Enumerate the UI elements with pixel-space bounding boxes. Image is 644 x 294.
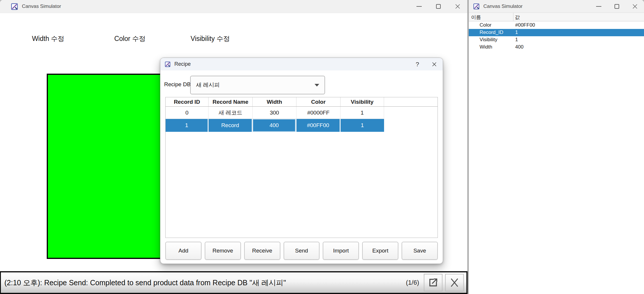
close-icon bbox=[432, 62, 437, 67]
main-titlebar: Canvas Simulator bbox=[0, 0, 467, 13]
row-value: #00FF00 bbox=[515, 22, 535, 28]
recipe-table-header: Record ID Record Name Width Color Visibi… bbox=[166, 97, 438, 107]
cell-record-id[interactable]: 0 bbox=[166, 107, 209, 119]
inspector-window-title: Canvas Simulator bbox=[483, 4, 523, 9]
inspector-row-selected[interactable]: Record_ID 1 bbox=[469, 29, 644, 36]
header-width[interactable]: Width bbox=[253, 97, 296, 106]
recipe-dialog-titlebar: Recipe ? bbox=[160, 58, 443, 70]
inspector-titlebar: Canvas Simulator bbox=[469, 0, 644, 13]
receive-button[interactable]: Receive bbox=[244, 242, 280, 260]
table-row[interactable]: 0 새 레코드 300 #0000FF 1 bbox=[166, 107, 438, 119]
recipe-table: Record ID Record Name Width Color Visibi… bbox=[165, 97, 438, 238]
cell-color[interactable]: #0000FF bbox=[296, 107, 341, 119]
import-button[interactable]: Import bbox=[323, 242, 359, 260]
row-name: Record_ID bbox=[480, 30, 503, 35]
maximize-button[interactable] bbox=[608, 0, 626, 13]
inspector-row[interactable]: Color #00FF00 bbox=[469, 22, 644, 29]
cell-record-name[interactable]: 새 레코드 bbox=[209, 107, 253, 119]
row-value: 1 bbox=[515, 37, 518, 43]
cell-record-id[interactable]: 1 bbox=[166, 119, 209, 132]
app-icon bbox=[473, 3, 480, 10]
column-header-value[interactable]: 값 bbox=[515, 14, 520, 21]
recipe-db-selected-value: 새 레시피 bbox=[196, 81, 220, 89]
cell-width-current[interactable]: 400 bbox=[253, 119, 296, 132]
save-button[interactable]: Save bbox=[402, 242, 438, 260]
close-button[interactable] bbox=[448, 0, 467, 13]
recipe-db-dropdown[interactable]: 새 레시피 bbox=[190, 76, 325, 94]
row-name: Visibility bbox=[480, 37, 497, 43]
inspector-row[interactable]: Visibility 1 bbox=[469, 36, 644, 44]
column-header-name[interactable]: 이름 bbox=[471, 14, 481, 21]
export-button[interactable]: Export bbox=[362, 242, 398, 260]
help-icon: ? bbox=[416, 61, 419, 68]
status-close-button[interactable] bbox=[445, 274, 464, 291]
maximize-icon bbox=[615, 4, 619, 9]
close-button[interactable] bbox=[626, 0, 644, 13]
label-width-edit: Width 수정 bbox=[23, 34, 73, 43]
recipe-dialog-buttons: Add Remove Receive Send Import Export Sa… bbox=[165, 242, 438, 260]
inspector-row[interactable]: Width 400 bbox=[469, 44, 644, 51]
maximize-icon bbox=[436, 4, 441, 9]
recipe-dialog: Recipe ? Recipe DB: 새 레시피 Record ID Reco… bbox=[160, 58, 443, 264]
main-window-title: Canvas Simulator bbox=[22, 4, 61, 9]
inspector-header: 이름 값 bbox=[469, 13, 644, 21]
status-message: (2:10 오후): Recipe Send: Completed to sen… bbox=[4, 278, 286, 288]
minimize-button[interactable] bbox=[590, 0, 608, 13]
close-icon bbox=[632, 4, 638, 9]
close-icon bbox=[455, 4, 460, 9]
app-icon bbox=[164, 61, 171, 68]
app-icon bbox=[11, 3, 18, 11]
cell-visibility[interactable]: 1 bbox=[341, 119, 384, 132]
help-button[interactable]: ? bbox=[409, 58, 426, 70]
recipe-db-label: Recipe DB: bbox=[164, 81, 192, 88]
maximize-button[interactable] bbox=[429, 0, 448, 13]
minimize-button[interactable] bbox=[409, 0, 429, 13]
header-record-id[interactable]: Record ID bbox=[166, 97, 209, 106]
column-divider[interactable] bbox=[513, 13, 513, 21]
close-button[interactable] bbox=[426, 58, 443, 70]
chevron-down-icon bbox=[315, 84, 319, 87]
header-visibility[interactable]: Visibility bbox=[341, 97, 384, 106]
open-external-icon bbox=[428, 277, 438, 288]
status-counter: (1/6) bbox=[406, 279, 419, 286]
row-value: 1 bbox=[515, 30, 518, 35]
close-icon bbox=[449, 277, 460, 288]
row-name: Color bbox=[480, 22, 492, 28]
minimize-icon bbox=[596, 6, 601, 7]
cell-record-name[interactable]: Record bbox=[209, 119, 253, 132]
label-color-edit: Color 수정 bbox=[105, 34, 155, 43]
status-bar: (2:10 오후): Recipe Send: Completed to sen… bbox=[0, 271, 468, 294]
cell-color[interactable]: #00FF00 bbox=[296, 119, 341, 132]
add-button[interactable]: Add bbox=[165, 242, 202, 260]
row-name: Width bbox=[480, 44, 492, 50]
cell-visibility[interactable]: 1 bbox=[341, 107, 384, 119]
inspector-window: Canvas Simulator 이름 값 Color #00FF00 Reco… bbox=[468, 0, 644, 294]
recipe-dialog-title: Recipe bbox=[174, 61, 191, 67]
send-button[interactable]: Send bbox=[284, 242, 320, 260]
label-visibility-edit: Visibility 수정 bbox=[181, 34, 239, 43]
cell-width[interactable]: 300 bbox=[253, 107, 296, 119]
table-row-selected[interactable]: 1 Record 400 #00FF00 1 bbox=[166, 119, 438, 132]
header-record-name[interactable]: Record Name bbox=[209, 97, 253, 106]
minimize-icon bbox=[416, 6, 422, 7]
row-value: 400 bbox=[515, 44, 523, 50]
header-color[interactable]: Color bbox=[296, 97, 341, 106]
status-popout-button[interactable] bbox=[424, 274, 442, 291]
remove-button[interactable]: Remove bbox=[205, 242, 241, 260]
